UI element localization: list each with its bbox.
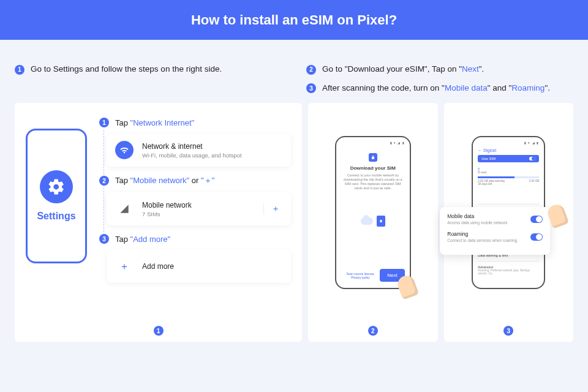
cloud-sim-illustration xyxy=(341,216,405,227)
panel-1-number: 1 xyxy=(154,326,164,336)
badge-1: 1 xyxy=(15,65,24,75)
gear-icon xyxy=(40,170,73,203)
download-title: Download your SIM xyxy=(341,165,405,171)
settings-phone-illustration: Settings xyxy=(26,129,87,263)
toggle-on-icon xyxy=(529,157,535,160)
status-icons: ▮ ▾ ◢ ▮ xyxy=(524,141,539,145)
panels-row: Settings 1 Tap "Network Internet" xyxy=(0,103,588,342)
sim-icon xyxy=(377,216,385,227)
step-1-badge: 1 xyxy=(99,118,109,127)
steps-column: 1 Tap "Network Internet" Network & inter… xyxy=(99,118,291,327)
tile-add-more[interactable]: ＋ Add more xyxy=(107,250,291,283)
panel-3: ▮ ▾ ◢ ▮ ← Digicel Use SIM 0 B used 2.00 … xyxy=(444,103,574,342)
step-2: 2 Tap "Mobile network" or "＋" Mobile net… xyxy=(99,175,291,225)
instruction-3: 3 After scanning the code, turn on "Mobi… xyxy=(306,83,573,94)
carrier-name: ← Digicel xyxy=(478,148,539,153)
privacy-link[interactable]: Scan source license, Privacy policy xyxy=(341,272,380,279)
settings-label: Settings xyxy=(37,211,75,222)
page-title: How to install an eSIM on Pixel? xyxy=(191,12,397,28)
data-usage-bar xyxy=(478,176,539,178)
step-3-badge: 3 xyxy=(99,234,109,244)
instruction-2: 2 Go to "Download your eSIM", Tap on "Ne… xyxy=(306,64,573,75)
badge-2: 2 xyxy=(306,65,316,75)
row-advanced[interactable]: Advanced Roaming, Preferred network type… xyxy=(478,261,539,279)
panel-2: ▮ ▾ ◢ ▮ Download your SIM Connect to you… xyxy=(308,103,438,342)
step-3: 3 Tap "Add more" ＋ Add more xyxy=(99,234,291,283)
status-icons: ▮ ▾ ◢ ▮ xyxy=(390,141,405,145)
instruction-1-text: Go to Settings and follow the steps on t… xyxy=(31,64,222,74)
sim-settings-phone: ▮ ▾ ◢ ▮ ← Digicel Use SIM 0 B used 2.00 … xyxy=(472,136,545,289)
cloud-icon xyxy=(361,217,373,225)
download-sim-phone: ▮ ▾ ◢ ▮ Download your SIM Connect to you… xyxy=(335,136,411,289)
finger-pointer-icon xyxy=(546,202,570,228)
toggles-overlay: Mobile data Access data using mobile net… xyxy=(440,207,550,255)
plus-icon[interactable]: ＋ xyxy=(263,203,282,214)
roaming-row[interactable]: Roaming Connect to data services when ro… xyxy=(447,231,543,243)
panel-1: Settings 1 Tap "Network Internet" xyxy=(15,103,302,342)
tile-network-internet[interactable]: Network & internet Wi-Fi, mobile, data u… xyxy=(107,134,291,167)
toggle-on-icon[interactable] xyxy=(530,216,543,223)
step-1: 1 Tap "Network Internet" Network & inter… xyxy=(99,118,291,167)
panel-2-number: 2 xyxy=(368,326,378,336)
mobile-data-row[interactable]: Mobile data Access data using mobile net… xyxy=(447,213,543,225)
instruction-2-text: Go to "Download your eSIM", Tap on "Next… xyxy=(322,64,484,74)
step-2-badge: 2 xyxy=(99,176,109,186)
badge-3: 3 xyxy=(306,83,316,93)
toggle-on-icon[interactable] xyxy=(530,233,543,241)
instruction-3-text: After scanning the code, turn on "Mobile… xyxy=(322,83,550,92)
tile-mobile-network[interactable]: Mobile network 7 SIMs ＋ xyxy=(107,192,291,225)
use-sim-toggle[interactable]: Use SIM xyxy=(478,155,539,162)
download-subtitle: Connect to your mobile network by downlo… xyxy=(341,173,405,191)
top-instructions: 1 Go to Settings and follow the steps on… xyxy=(0,40,588,103)
instruction-1: 1 Go to Settings and follow the steps on… xyxy=(15,64,282,75)
signal-icon xyxy=(115,200,134,218)
wifi-icon xyxy=(115,141,134,159)
panel-3-number: 3 xyxy=(503,326,513,336)
plus-icon: ＋ xyxy=(115,257,134,276)
svg-rect-0 xyxy=(380,220,382,222)
page-header: How to install an eSIM on Pixel? xyxy=(0,0,588,40)
lock-icon xyxy=(369,153,377,162)
